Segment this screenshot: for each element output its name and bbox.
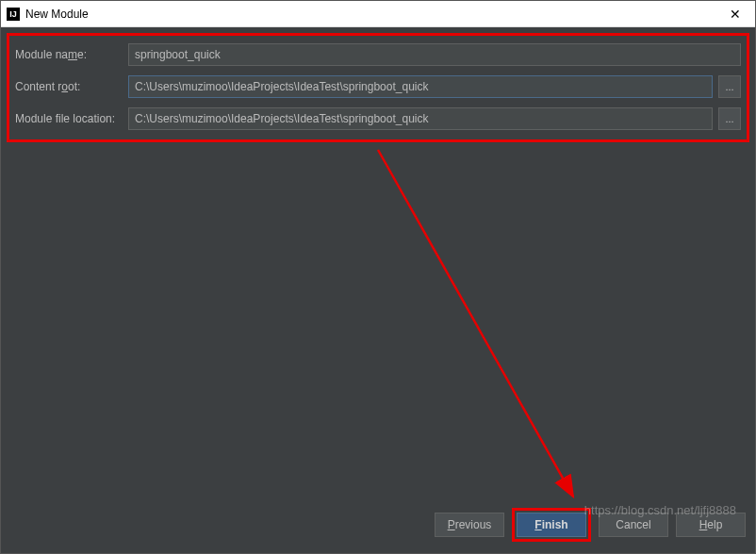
help-button[interactable]: Help bbox=[676, 513, 746, 537]
close-icon[interactable]: ✕ bbox=[721, 5, 749, 24]
window-title: New Module bbox=[25, 8, 721, 21]
svg-line-1 bbox=[378, 150, 573, 497]
dialog-window: IJ New Module ✕ Module name: Content roo… bbox=[0, 0, 756, 554]
content-root-label: Content root: bbox=[15, 80, 128, 93]
module-name-row: Module name: bbox=[15, 43, 741, 66]
module-file-location-row: Module file location: ... bbox=[15, 107, 741, 130]
module-file-location-input[interactable] bbox=[128, 107, 713, 130]
finish-button[interactable]: Finish bbox=[517, 513, 586, 537]
module-file-location-browse-button[interactable]: ... bbox=[718, 107, 741, 130]
cancel-button[interactable]: Cancel bbox=[599, 513, 668, 537]
module-file-location-label: Module file location: bbox=[15, 112, 128, 125]
content-root-row: Content root: ... bbox=[15, 75, 741, 98]
form-highlight-box: Module name: Content root: ... Module fi… bbox=[7, 33, 749, 142]
previous-button[interactable]: Previous bbox=[435, 513, 504, 537]
module-name-input[interactable] bbox=[128, 43, 741, 66]
content-area: Module name: Content root: ... Module fi… bbox=[1, 27, 755, 553]
app-icon: IJ bbox=[7, 8, 20, 21]
button-bar: Previous Finish Cancel Help bbox=[435, 508, 746, 542]
module-name-label: Module name: bbox=[15, 48, 128, 61]
content-root-input[interactable] bbox=[128, 75, 713, 98]
titlebar: IJ New Module ✕ bbox=[1, 1, 755, 27]
finish-highlight-box: Finish bbox=[512, 508, 591, 542]
content-root-browse-button[interactable]: ... bbox=[718, 75, 741, 98]
